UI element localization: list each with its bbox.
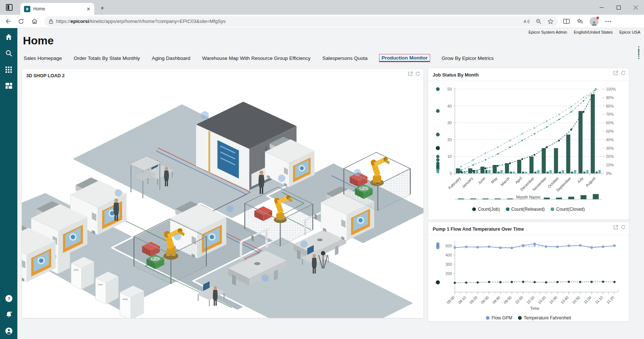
svg-text:20%: 20% (606, 154, 614, 159)
legend-item[interactable]: Count(Job) (472, 207, 500, 212)
sidebar-apps-grid-icon[interactable] (5, 66, 13, 73)
pump-flow-chart[interactable]: 20030040050009:0009:1009:2009:3009:4009:… (430, 237, 626, 313)
svg-text:10:50: 10:50 (571, 295, 581, 305)
read-aloud-icon[interactable]: A (523, 18, 530, 24)
new-tab-button[interactable]: + (99, 4, 106, 12)
job-panel-title: Job Status By Month (433, 72, 478, 78)
session-company[interactable]: Epicor USA (619, 30, 640, 34)
refresh-button[interactable] (16, 16, 27, 27)
lock-icon (49, 19, 53, 24)
svg-text:100%: 100% (606, 87, 616, 91)
svg-text:30: 30 (447, 121, 452, 125)
svg-text:90%: 90% (606, 95, 614, 100)
page-overflow-menu-icon[interactable]: ⋮⋮⋮ (636, 47, 641, 58)
more-menu-icon[interactable] (605, 21, 611, 22)
shop-panel-title: 3D SHOP LOAD 2 (26, 73, 65, 78)
svg-text:June: June (477, 176, 486, 185)
session-locale[interactable]: English/United States (574, 30, 613, 34)
url-text: https://epicorsi/kinetic/apps/erp/home/#… (56, 18, 226, 24)
svg-text:300: 300 (445, 262, 452, 267)
svg-text:A: A (524, 19, 527, 24)
open-in-new-icon[interactable] (613, 71, 618, 75)
window-maximize-button[interactable] (610, 0, 627, 15)
svg-text:70%: 70% (606, 112, 614, 116)
svg-text:10:40: 10:40 (560, 295, 570, 305)
legend-dot (551, 207, 554, 211)
tab-salespersons-quota[interactable]: Salespersons Quota (322, 54, 368, 62)
tab-production-monitor[interactable]: Production Monitor (379, 54, 430, 62)
svg-text:Month Name: Month Name (516, 195, 541, 199)
legend-item[interactable]: Temperature Fahrenheit (518, 315, 571, 321)
sidebar-search-icon[interactable] (5, 50, 13, 57)
session-user[interactable]: Epicor System Admin (528, 30, 567, 34)
sidebar-notifications-icon[interactable] (5, 311, 13, 318)
legend-dot (506, 207, 510, 211)
sidebar-help-icon[interactable]: ? (5, 295, 13, 302)
open-in-new-icon[interactable] (613, 225, 618, 230)
app-sidebar: ? (0, 28, 17, 339)
svg-text:500: 500 (445, 244, 452, 248)
svg-text:50: 50 (447, 87, 452, 91)
window-minimize-button[interactable] (593, 0, 610, 15)
tab-aging-dashboard[interactable]: Aging Dashboard (151, 54, 191, 62)
sidebar-home-icon[interactable] (5, 33, 13, 41)
svg-text:11:20: 11:20 (606, 295, 615, 304)
address-bar[interactable]: https://epicorsi/kinetic/apps/erp/home/#… (44, 16, 558, 27)
svg-text:January: January (461, 176, 474, 189)
legend-item[interactable]: Count(Released) (506, 207, 545, 212)
svg-text:February: February (447, 176, 462, 190)
svg-text:80%: 80% (606, 104, 614, 108)
dashboard-tab-bar: Sales HomepageOrder Totals By State Mont… (23, 54, 494, 62)
svg-text:40%: 40% (606, 138, 614, 142)
svg-text:11:10: 11:10 (594, 295, 604, 304)
svg-text:09:50: 09:50 (503, 295, 512, 305)
open-in-new-icon[interactable] (408, 71, 413, 76)
legend-dot (486, 316, 490, 320)
sidebar-account-icon[interactable] (5, 327, 13, 335)
refresh-icon[interactable] (621, 225, 626, 230)
panel-shop-load: 3D SHOP LOAD 2 (21, 68, 424, 318)
svg-text:09:00: 09:00 (446, 295, 456, 305)
split-screen-icon[interactable] (563, 18, 570, 24)
shop-floor-illustration (22, 81, 423, 318)
tab-sales-homepage[interactable]: Sales Homepage (23, 54, 62, 62)
legend-dot (518, 316, 522, 320)
panel-pump-flow: Pump 1 Flow And Temperature Over Time 20… (428, 222, 629, 322)
svg-text:09:30: 09:30 (480, 295, 490, 305)
home-button[interactable] (29, 16, 40, 27)
job-status-chart[interactable]: 010203040500%10%20%30%40%50%60%70%80%90%… (430, 82, 626, 204)
refresh-icon[interactable] (415, 71, 420, 76)
tab-close-icon[interactable]: ✕ (86, 6, 91, 12)
pump-panel-title: Pump 1 Flow And Temperature Over Time (433, 227, 524, 232)
main-content: Epicor System Admin English/United State… (17, 28, 644, 339)
svg-text:40: 40 (447, 104, 452, 108)
tab-warehouse-map-with-resource-group-efficiency[interactable]: Warehouse Map With Resource Group Effici… (202, 54, 311, 62)
profile-notification-dot (596, 16, 599, 20)
window-close-button[interactable] (627, 0, 644, 15)
legend-item[interactable]: Count(Closed) (551, 207, 585, 212)
collections-icon[interactable] (576, 18, 583, 24)
svg-text:20: 20 (447, 138, 452, 142)
svg-text:0%: 0% (606, 171, 611, 176)
legend-dot (472, 207, 476, 211)
svg-text:10%: 10% (606, 163, 614, 167)
svg-text:August: August (585, 176, 596, 188)
sidebar-dashboard-icon[interactable] (5, 82, 13, 89)
legend-item[interactable]: Flow GPM (486, 315, 512, 321)
profile-avatar[interactable] (590, 17, 599, 26)
tab-order-totals-by-state-monthly[interactable]: Order Totals By State Monthly (74, 54, 140, 62)
svg-text:50%: 50% (606, 129, 614, 133)
back-button[interactable] (2, 16, 13, 27)
svg-text:May: May (490, 176, 498, 184)
tab-grow-by-epicor-metrics[interactable]: Grow By Epicor Metrics (441, 54, 494, 62)
browser-toolbar: https://epicorsi/kinetic/apps/erp/home/#… (0, 15, 644, 28)
svg-text:July: July (576, 176, 584, 184)
refresh-icon[interactable] (621, 71, 626, 75)
svg-text:April: April (514, 176, 522, 184)
favorite-star-icon[interactable] (548, 18, 553, 24)
browser-tab-title: Home (33, 6, 84, 11)
tab-actions-icon[interactable] (6, 4, 13, 11)
svg-text:?: ? (7, 296, 10, 301)
browser-tab[interactable]: e Home ✕ (20, 3, 94, 15)
zoom-out-icon[interactable] (536, 18, 542, 24)
